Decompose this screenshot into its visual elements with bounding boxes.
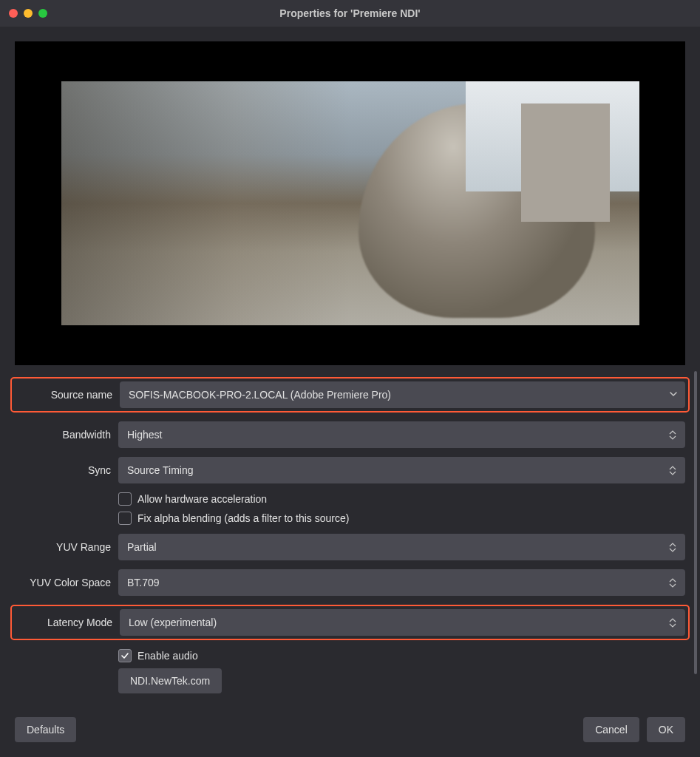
yuv-range-select[interactable]: Partial: [118, 534, 685, 560]
allow-hw-accel-label[interactable]: Allow hardware acceleration: [137, 493, 267, 505]
yuv-range-value: Partial: [127, 541, 157, 553]
defaults-button[interactable]: Defaults: [15, 717, 76, 742]
sync-label: Sync: [15, 464, 111, 476]
window-controls: [9, 9, 47, 18]
scrollbar[interactable]: [694, 371, 697, 674]
yuv-colorspace-row: YUV Color Space BT.709: [15, 569, 685, 596]
yuv-colorspace-value: BT.709: [127, 577, 160, 588]
stepper-icon: [666, 464, 679, 477]
ok-button[interactable]: OK: [647, 717, 685, 742]
latency-mode-label: Latency Mode: [16, 617, 112, 628]
video-preview: [15, 41, 685, 365]
fix-alpha-checkbox[interactable]: [118, 512, 132, 525]
stepper-icon: [666, 428, 679, 441]
source-name-row: Source name SOFIS-MACBOOK-PRO-2.LOCAL (A…: [10, 377, 690, 413]
bandwidth-value: Highest: [127, 429, 162, 441]
ndi-link-button[interactable]: NDI.NewTek.com: [118, 668, 222, 693]
minimize-window-button[interactable]: [24, 9, 33, 18]
enable-audio-row: Enable audio: [118, 649, 685, 662]
properties-form: Source name SOFIS-MACBOOK-PRO-2.LOCAL (A…: [0, 371, 700, 707]
close-window-button[interactable]: [9, 9, 18, 18]
preview-frame: [61, 81, 639, 325]
chevron-down-icon: [669, 389, 678, 401]
titlebar: Properties for 'Premiere NDI': [0, 0, 700, 27]
sync-value: Source Timing: [127, 464, 193, 476]
cancel-button[interactable]: Cancel: [583, 717, 639, 742]
yuv-range-row: YUV Range Partial: [15, 534, 685, 560]
latency-mode-select[interactable]: Low (experimental): [120, 609, 685, 636]
source-name-value: SOFIS-MACBOOK-PRO-2.LOCAL (Adobe Premier…: [129, 389, 391, 401]
properties-window: Properties for 'Premiere NDI' Source nam…: [0, 0, 700, 757]
yuv-colorspace-select[interactable]: BT.709: [118, 569, 685, 596]
source-name-label: Source name: [16, 389, 112, 401]
bandwidth-label: Bandwidth: [15, 429, 111, 441]
allow-hw-accel-checkbox[interactable]: [118, 492, 132, 506]
preview-area: [0, 27, 700, 371]
stepper-icon: [666, 576, 679, 589]
fix-alpha-label[interactable]: Fix alpha blending (adds a filter to thi…: [137, 512, 349, 524]
source-name-select[interactable]: SOFIS-MACBOOK-PRO-2.LOCAL (Adobe Premier…: [120, 381, 685, 408]
dialog-footer: Defaults Cancel OK: [0, 707, 700, 757]
enable-audio-checkbox[interactable]: [118, 649, 132, 662]
latency-mode-row: Latency Mode Low (experimental): [10, 605, 690, 640]
stepper-icon: [666, 616, 679, 629]
yuv-colorspace-label: YUV Color Space: [15, 577, 111, 588]
sync-row: Sync Source Timing: [15, 457, 685, 483]
fix-alpha-row: Fix alpha blending (adds a filter to thi…: [118, 512, 685, 525]
stepper-icon: [666, 540, 679, 554]
bandwidth-select[interactable]: Highest: [118, 421, 685, 448]
window-title: Properties for 'Premiere NDI': [9, 7, 691, 19]
maximize-window-button[interactable]: [38, 9, 47, 18]
yuv-range-label: YUV Range: [15, 541, 111, 553]
allow-hw-accel-row: Allow hardware acceleration: [118, 492, 685, 506]
sync-select[interactable]: Source Timing: [118, 457, 685, 483]
enable-audio-label[interactable]: Enable audio: [137, 650, 198, 662]
bandwidth-row: Bandwidth Highest: [15, 421, 685, 448]
latency-mode-value: Low (experimental): [129, 617, 217, 628]
